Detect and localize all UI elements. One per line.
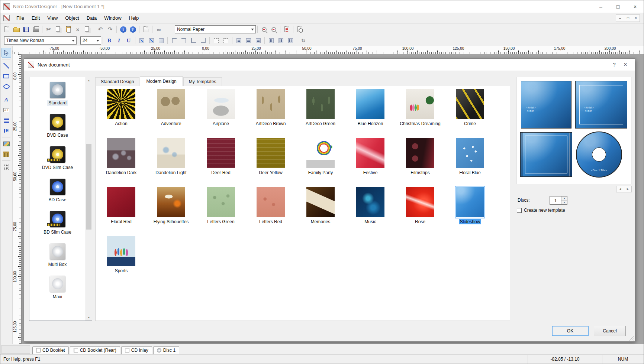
tab-my-templates[interactable]: My Templates	[183, 77, 222, 86]
tab-modern-design[interactable]: Modern Design	[140, 77, 183, 86]
ellipse-tool-button[interactable]	[1, 82, 11, 91]
rotate-button[interactable]: ↻	[299, 36, 308, 45]
new-document-button[interactable]	[2, 25, 12, 34]
corner-bottom-left-button[interactable]	[189, 36, 198, 45]
tab-standard-design[interactable]: Standard Design	[95, 77, 139, 86]
doc-type-bd-slim-case[interactable]: BD Slim Case	[29, 207, 86, 239]
maximize-button[interactable]: □	[609, 0, 627, 13]
template-deer-yellow[interactable]: Deer Yellow	[246, 137, 296, 186]
doc-tab-cd-booklet-rear[interactable]: CD Booklet (Rear)	[70, 346, 120, 354]
select-area-button[interactable]	[211, 36, 221, 45]
discs-spinner[interactable]: 1 ▲ ▼	[550, 196, 567, 205]
edit-points-button[interactable]	[137, 36, 146, 45]
corner-bottom-right-button[interactable]	[198, 36, 208, 45]
preview-button[interactable]: ∞	[154, 25, 164, 34]
menu-window[interactable]: Window	[100, 13, 125, 23]
template-blue-horizon[interactable]: Blue Horizon	[345, 88, 395, 137]
fill-button[interactable]	[156, 36, 166, 45]
font-size-combo[interactable]: 24	[80, 36, 101, 45]
minimize-button[interactable]: –	[592, 0, 609, 13]
template-artdeco-green[interactable]: ArtDeco Green	[296, 88, 345, 137]
template-music[interactable]: Music	[345, 186, 395, 235]
image-tool-button[interactable]	[1, 139, 11, 149]
pager-left-button[interactable]: ◀	[616, 186, 624, 192]
template-christmas-dreaming[interactable]: Christmas Dreaming	[395, 88, 445, 137]
cancel-button[interactable]: Cancel	[594, 326, 626, 336]
delete-button[interactable]: ×	[73, 25, 83, 34]
template-airplane[interactable]: Airplane	[196, 88, 246, 137]
template-artdeco-brown[interactable]: ArtDeco Brown	[246, 88, 296, 137]
info-button[interactable]: i	[118, 25, 128, 34]
undo-button[interactable]: ↶	[96, 25, 105, 34]
duplicate-button[interactable]	[83, 25, 92, 34]
line-tool-button[interactable]	[1, 61, 11, 71]
template-festive[interactable]: Festive	[345, 137, 395, 186]
field-tool-button[interactable]: E	[1, 126, 11, 136]
dialog-close-button[interactable]: ×	[620, 61, 631, 68]
create-new-template-checkbox[interactable]: Create new template	[517, 208, 565, 213]
scroll-down-button[interactable]: ▼	[86, 314, 92, 321]
template-dandelion-dark[interactable]: Dandelion Dark	[96, 137, 146, 186]
template-action[interactable]: Action	[96, 88, 146, 137]
italic-button[interactable]: I	[114, 36, 124, 45]
zoom-in-button[interactable]: +	[259, 25, 269, 34]
text-box-tool-button[interactable]: a..I	[1, 105, 11, 115]
menu-object[interactable]: Object	[61, 13, 83, 23]
font-family-combo[interactable]: Times New Roman	[4, 36, 77, 45]
template-filmstrips[interactable]: Filmstrips	[395, 137, 445, 186]
template-adventure[interactable]: Adventure	[146, 88, 196, 137]
properties-button[interactable]	[141, 25, 151, 34]
template-floral-blue[interactable]: Floral Blue	[445, 137, 495, 186]
template-slideshow[interactable]: Slideshow	[445, 186, 495, 235]
align-center-button[interactable]	[244, 36, 253, 45]
close-button[interactable]: ×	[627, 0, 644, 13]
mdi-close-button[interactable]: ×	[632, 15, 640, 22]
pager-right-button[interactable]: ▶	[624, 186, 631, 192]
template-deer-red[interactable]: Deer Red	[196, 137, 246, 186]
spinner-down-button[interactable]: ▼	[561, 201, 567, 204]
menu-help[interactable]: Help	[125, 13, 143, 23]
corner-top-right-button[interactable]	[179, 36, 189, 45]
doc-tab-cd-booklet[interactable]: CD Booklet	[32, 346, 69, 354]
scrollbar-thumb[interactable]	[86, 144, 91, 230]
menu-file[interactable]: File	[13, 13, 28, 23]
doc-type-multi-box[interactable]: Multi Box	[29, 239, 86, 271]
doc-tab-disc-1[interactable]: Disc 1	[153, 346, 179, 354]
menu-edit[interactable]: Edit	[28, 13, 44, 23]
template-family-party[interactable]: Family Party	[296, 137, 345, 186]
template-flying-silhouettes[interactable]: Flying Silhouettes	[146, 186, 196, 235]
doc-type-maxi[interactable]: Maxi	[29, 271, 86, 303]
select-tool-button[interactable]	[1, 48, 11, 58]
doc-type-standard[interactable]: Standard	[29, 77, 86, 110]
gallery-tool-button[interactable]	[1, 149, 11, 159]
bold-button[interactable]: B	[104, 36, 114, 45]
paste-button[interactable]	[63, 25, 73, 34]
mdi-minimize-button[interactable]: –	[616, 15, 624, 22]
corner-top-left-button[interactable]	[169, 36, 179, 45]
dialog-help-button[interactable]: ?	[609, 62, 620, 68]
template-letters-green[interactable]: Letters Green	[196, 186, 246, 235]
print-preview-button[interactable]	[295, 25, 305, 34]
align-left-button[interactable]	[234, 36, 244, 45]
menu-data[interactable]: Data	[83, 13, 100, 23]
artistic-text-tool-button[interactable]: A	[1, 95, 11, 104]
copy-button[interactable]	[54, 25, 63, 34]
mdi-restore-button[interactable]: □	[624, 15, 632, 22]
paper-size-combo[interactable]: Normal Paper	[175, 25, 256, 33]
open-button[interactable]	[12, 25, 21, 34]
template-floral-red[interactable]: Floral Red	[96, 186, 146, 235]
template-crime[interactable]: Crime	[445, 88, 495, 137]
spinner-up-button[interactable]: ▲	[561, 196, 567, 201]
page-setup-button[interactable]	[282, 25, 292, 34]
doc-type-dvd-case[interactable]: DVD Case	[29, 110, 86, 142]
scroll-up-button[interactable]: ▲	[86, 77, 92, 84]
draw-pen-button[interactable]	[146, 36, 156, 45]
distribute-horizontal-button[interactable]	[266, 36, 276, 45]
save-button[interactable]	[21, 25, 31, 34]
align-right-button[interactable]	[253, 36, 263, 45]
template-letters-red[interactable]: Letters Red	[246, 186, 296, 235]
cut-button[interactable]: ✂	[44, 25, 54, 34]
doc-tab-cd-inlay[interactable]: CD Inlay	[121, 346, 152, 354]
redo-button[interactable]: ↷	[105, 25, 115, 34]
print-button[interactable]	[31, 25, 41, 34]
